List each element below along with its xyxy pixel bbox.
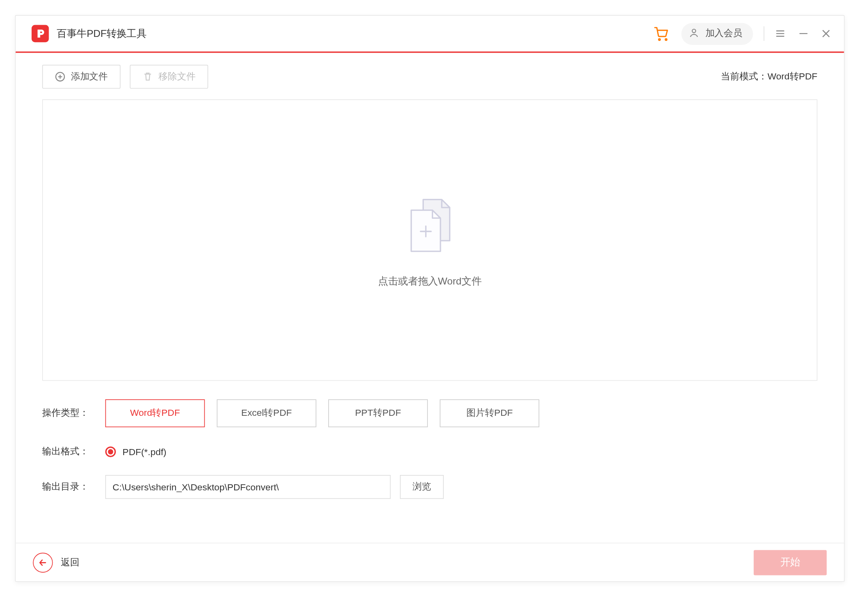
- output-dir-input[interactable]: [105, 475, 391, 499]
- app-logo-icon: [32, 25, 49, 43]
- file-drop-area[interactable]: 点击或者拖入Word文件: [42, 99, 817, 381]
- current-mode-label: 当前模式：Word转PDF: [721, 71, 817, 83]
- output-dir-label: 输出目录：: [42, 481, 105, 493]
- titlebar-divider: [764, 26, 765, 41]
- cart-icon[interactable]: [654, 26, 669, 41]
- footer: 返回 开始: [16, 543, 844, 581]
- drop-hint-label: 点击或者拖入Word文件: [378, 275, 481, 287]
- user-icon: [688, 27, 700, 41]
- svg-point-1: [665, 39, 667, 41]
- output-format-row: 输出格式： PDF(*.pdf): [16, 446, 844, 458]
- back-button[interactable]: 返回: [33, 552, 79, 572]
- operation-type-buttons: Word转PDF Excel转PDF PPT转PDF 图片转PDF: [105, 399, 539, 427]
- plus-circle-icon: [55, 71, 65, 82]
- type-word-to-pdf[interactable]: Word转PDF: [105, 399, 205, 427]
- app-title: 百事牛PDF转换工具: [57, 27, 146, 40]
- type-excel-to-pdf[interactable]: Excel转PDF: [217, 399, 316, 427]
- close-icon[interactable]: [821, 29, 831, 38]
- start-button[interactable]: 开始: [754, 550, 827, 575]
- svg-point-2: [692, 29, 696, 32]
- type-ppt-to-pdf[interactable]: PPT转PDF: [328, 399, 428, 427]
- svg-point-0: [659, 39, 660, 41]
- output-format-radio[interactable]: PDF(*.pdf): [105, 447, 167, 457]
- trash-icon: [142, 71, 153, 82]
- titlebar: 百事牛PDF转换工具 加入会员: [16, 16, 844, 53]
- remove-file-label: 移除文件: [158, 71, 196, 83]
- operation-type-label: 操作类型：: [42, 407, 105, 419]
- output-dir-row: 输出目录： 浏览: [16, 475, 844, 499]
- toolbar: 添加文件 移除文件 当前模式：Word转PDF: [16, 53, 844, 88]
- join-member-label: 加入会员: [705, 28, 743, 39]
- browse-button[interactable]: 浏览: [400, 475, 444, 499]
- radio-selected-icon: [105, 447, 116, 457]
- operation-type-row: 操作类型： Word转PDF Excel转PDF PPT转PDF 图片转PDF: [16, 399, 844, 427]
- window-controls: [775, 28, 831, 39]
- back-label: 返回: [61, 556, 79, 568]
- remove-file-button[interactable]: 移除文件: [130, 65, 208, 89]
- arrow-left-icon: [33, 552, 53, 572]
- output-format-label: 输出格式：: [42, 446, 105, 458]
- documents-icon: [397, 192, 463, 261]
- type-image-to-pdf[interactable]: 图片转PDF: [440, 399, 539, 427]
- add-file-button[interactable]: 添加文件: [42, 65, 120, 89]
- add-file-label: 添加文件: [71, 71, 108, 83]
- join-member-button[interactable]: 加入会员: [682, 23, 753, 45]
- output-format-value: PDF(*.pdf): [122, 447, 166, 457]
- minimize-icon[interactable]: [799, 29, 808, 38]
- menu-icon[interactable]: [775, 28, 786, 39]
- app-window: 百事牛PDF转换工具 加入会员: [15, 15, 845, 582]
